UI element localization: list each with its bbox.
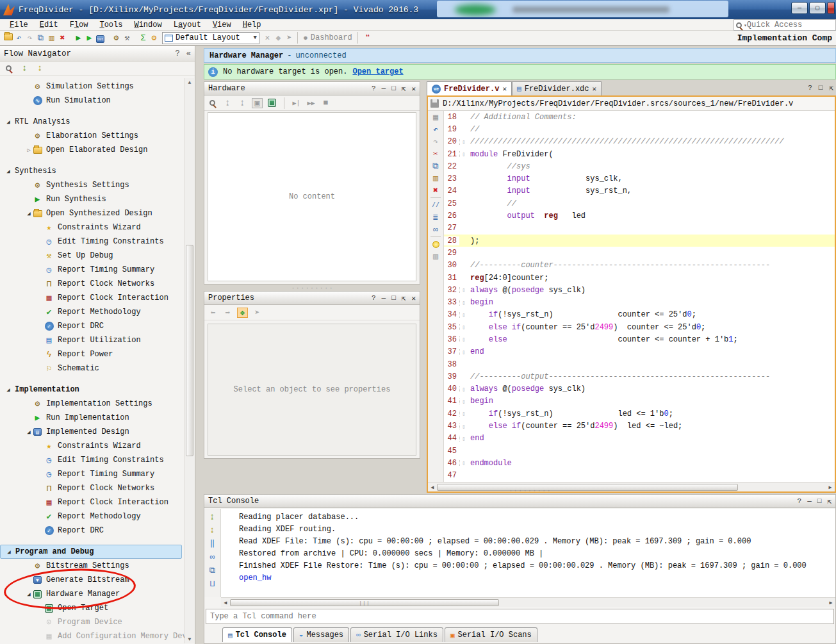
paste-icon[interactable]: ▥: [430, 173, 441, 183]
tcl-command-inputbox[interactable]: [206, 609, 834, 624]
back-icon[interactable]: ⬅: [208, 308, 218, 318]
collapse-all-icon[interactable]: ↨: [222, 98, 233, 108]
clear-icon[interactable]: ⊔: [207, 579, 218, 589]
tools-icon[interactable]: ⚒: [122, 33, 133, 43]
float-icon[interactable]: ⇱: [402, 294, 406, 302]
code-line-41[interactable]: 41▯begin: [444, 395, 835, 408]
nav-item-run-simulation[interactable]: ∿Run Simulation: [0, 94, 184, 108]
search-icon[interactable]: [208, 98, 218, 108]
run-synthesis-icon[interactable]: ▶: [73, 33, 84, 43]
program-device-icon[interactable]: [266, 98, 277, 108]
nav-item-report-timing-summary[interactable]: ◷Report Timing Summary: [0, 263, 184, 277]
tcl-console-output[interactable]: Reading placer database...Reading XDEF r…: [221, 509, 835, 597]
close-button[interactable]: [827, 2, 835, 14]
highlight-icon[interactable]: ◆: [273, 33, 284, 43]
wizard-icon[interactable]: ★: [44, 441, 54, 451]
scrollbar-thumb[interactable]: [437, 484, 738, 491]
tcl-hscrollbar[interactable]: ◀ ||| ▶: [221, 597, 835, 607]
fold-marker-icon[interactable]: ▯: [459, 424, 468, 429]
methodology-icon[interactable]: ✔: [44, 511, 54, 522]
code-line-31[interactable]: 31reg[24:0]counter;: [444, 272, 835, 284]
menu-file[interactable]: File: [4, 20, 34, 30]
schematic-icon[interactable]: ⚐: [44, 363, 54, 374]
copy-icon[interactable]: ⧉: [35, 33, 46, 43]
clock-int-icon[interactable]: ▦: [44, 497, 54, 508]
run-synthesis-icon[interactable]: ▶: [32, 194, 43, 204]
maximize-icon[interactable]: □: [391, 294, 396, 302]
help-icon[interactable]: ?: [372, 85, 376, 93]
nav-item-edit-timing-constraints[interactable]: ◷Edit Timing Constraints: [0, 235, 184, 249]
properties-view-icon[interactable]: ❖: [237, 308, 248, 318]
nav-item-report-utilization[interactable]: ▤Report Utilization: [0, 333, 184, 347]
nav-item-implementation[interactable]: ◢Implementation: [0, 383, 184, 397]
code-line-19[interactable]: 19//: [444, 123, 835, 135]
code-line-45[interactable]: 45: [444, 445, 835, 457]
collapse-all-icon[interactable]: ↨: [19, 63, 30, 74]
flow-navigator-scrollbar[interactable]: ▲ ▼: [184, 78, 194, 643]
feedback-icon[interactable]: ❝: [362, 33, 373, 43]
bulb-icon[interactable]: [430, 239, 441, 249]
scrollbar-thumb[interactable]: [186, 245, 193, 456]
comment-icon[interactable]: //: [430, 200, 441, 210]
debug-icon[interactable]: ⚒: [44, 251, 54, 261]
maximize-icon[interactable]: □: [817, 497, 822, 506]
code-line-39[interactable]: 39//---------output---------------------…: [444, 370, 835, 383]
project-settings-icon[interactable]: ⚙: [149, 33, 160, 43]
fold-marker-icon[interactable]: ▯: [459, 324, 468, 330]
code-line-34[interactable]: 34▯ if(!sys_rst_n) counter <= 25'd0;: [444, 309, 835, 321]
minimize-icon[interactable]: —: [382, 85, 386, 93]
menu-layout[interactable]: Layout: [168, 20, 207, 30]
expand-all-icon[interactable]: ↨: [207, 525, 218, 535]
sigma-icon[interactable]: Σ: [138, 33, 149, 43]
close-icon[interactable]: ✕: [411, 85, 416, 93]
expanded-arrow-icon[interactable]: ◢: [5, 386, 12, 393]
float-icon[interactable]: ⇱: [829, 84, 833, 92]
nav-item-edit-timing-constraints[interactable]: ◷Edit Timing Constraints: [0, 453, 184, 467]
search-icon[interactable]: [4, 63, 15, 74]
collapse-all-icon[interactable]: ↨: [207, 511, 218, 522]
nav-item-program-device[interactable]: ⊙Program Device: [0, 615, 184, 629]
layout-selector[interactable]: Default Layout ▼: [162, 32, 259, 44]
panel-splitter[interactable]: ·········: [281, 286, 345, 291]
maximize-icon[interactable]: □: [819, 84, 823, 92]
help-icon[interactable]: ?: [372, 294, 376, 302]
tab-fredivider-v[interactable]: veFreDivider.v✕: [427, 81, 512, 95]
close-icon[interactable]: ✕: [411, 294, 416, 302]
nav-item-run-implementation[interactable]: ▶Run Implementation: [0, 411, 184, 425]
tab-serial-i-o-links[interactable]: ∞Serial I/O Links: [350, 627, 443, 642]
nav-item-run-synthesis[interactable]: ▶Run Synthesis: [0, 192, 184, 206]
nav-item-generate-bitstream[interactable]: ▼Generate Bitstream: [0, 573, 184, 587]
snippets-icon[interactable]: ▥: [430, 251, 441, 261]
collapsed-arrow-icon[interactable]: ▷: [26, 147, 32, 154]
quick-access-box[interactable]: ▾: [734, 19, 836, 31]
wizard-icon[interactable]: ★: [44, 222, 54, 233]
clock-net-icon[interactable]: ⊓: [44, 483, 54, 493]
nav-item-open-elaborated-design[interactable]: ▷Open Elaborated Design: [0, 143, 184, 157]
nav-item-constraints-wizard[interactable]: ★Constraints Wizard: [0, 220, 184, 235]
chip-icon[interactable]: [32, 589, 43, 599]
delete-icon[interactable]: ✖: [430, 185, 441, 195]
pause-icon[interactable]: ‖: [207, 538, 218, 549]
close-icon[interactable]: ✕: [502, 85, 507, 93]
code-line-28[interactable]: 28);: [444, 235, 835, 247]
nav-item-report-drc[interactable]: ✓Report DRC: [0, 524, 184, 538]
nav-item-report-timing-summary[interactable]: ◷Report Timing Summary: [0, 467, 184, 481]
float-icon[interactable]: ⇱: [402, 85, 406, 93]
tab-serial-i-o-scans[interactable]: ▣Serial I/O Scans: [445, 627, 537, 642]
nav-item-hardware-manager[interactable]: ◢Hardware Manager: [0, 587, 184, 601]
expand-all-icon[interactable]: ↨: [237, 98, 248, 108]
code-line-43[interactable]: 43▯ else if(counter == 25'd2499) led <= …: [444, 420, 835, 432]
code-line-30[interactable]: 30//---------counter--------------------…: [444, 260, 835, 272]
help-icon[interactable]: ?: [808, 84, 812, 92]
code-line-38[interactable]: 38: [444, 358, 835, 370]
open-project-icon[interactable]: [3, 31, 13, 42]
fold-marker-icon[interactable]: ▯: [459, 411, 468, 417]
nav-item-schematic[interactable]: ⚐Schematic: [0, 361, 184, 376]
clock-icon[interactable]: ◷: [44, 469, 54, 479]
select-cursor-icon[interactable]: ➤: [252, 308, 263, 318]
code-line-20[interactable]: 20▯/////////////////////////////////////…: [444, 136, 835, 148]
clock-icon[interactable]: ◷: [44, 265, 54, 275]
generate-bitstream-icon[interactable]: 101: [95, 34, 106, 44]
nav-item-report-drc[interactable]: ✓Report DRC: [0, 319, 184, 333]
nav-item-synthesis[interactable]: ◢Synthesis: [0, 164, 184, 178]
